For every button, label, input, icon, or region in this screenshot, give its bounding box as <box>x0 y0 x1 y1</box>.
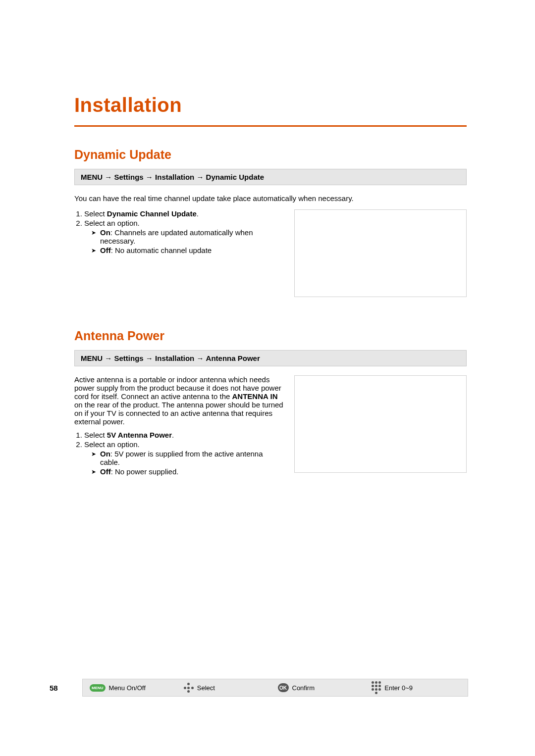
option-off: Off: No power supplied. <box>91 467 284 476</box>
arrow-icon: → <box>103 354 114 362</box>
para-text: on the rear of the product. The antenna … <box>74 401 283 426</box>
nav-installation: Installation <box>155 173 194 181</box>
page-number: 58 <box>50 684 69 692</box>
arrow-icon: → <box>194 173 206 181</box>
dpad-icon <box>184 683 194 693</box>
nav-menu: MENU <box>81 173 103 181</box>
screenshot-placeholder <box>294 209 467 297</box>
section1-steps: Select Dynamic Channel Update. Select an… <box>74 209 284 254</box>
remote-hint-bar: MENU Menu On/Off Select OK Confirm Enter… <box>82 679 468 697</box>
option-desc: : No automatic channel update <box>111 246 212 254</box>
step-text: Select an option. <box>84 440 140 449</box>
hint-label: Confirm <box>292 684 315 692</box>
arrow-icon: → <box>103 173 114 181</box>
menu-icon: MENU <box>90 684 106 692</box>
ok-icon: OK <box>278 683 289 692</box>
page-footer: 58 MENU Menu On/Off Select OK Confirm En… <box>50 679 468 697</box>
option-label: On <box>100 450 110 458</box>
nav-settings: Settings <box>114 354 144 362</box>
step-text: Select <box>84 209 107 218</box>
option-on: On: Channels are updated automatically w… <box>91 228 284 245</box>
breadcrumb: MENU → Settings → Installation → Dynamic… <box>74 169 467 185</box>
hint-enter: Enter 0~9 <box>372 681 461 694</box>
step-text: . <box>197 209 199 218</box>
step: Select an option. On: Channels are updat… <box>84 219 284 254</box>
option-label: On <box>100 228 110 237</box>
chapter-rule <box>74 125 467 127</box>
arrow-icon: → <box>194 354 206 362</box>
section-antenna-power: Antenna Power <box>74 329 467 343</box>
step: Select an option. On: 5V power is suppli… <box>84 440 284 476</box>
step-bold: 5V Antenna Power <box>107 431 172 439</box>
section2-lead: Active antenna is a portable or indoor a… <box>74 375 284 426</box>
chapter-title: Installation <box>74 94 467 116</box>
option-off: Off: No automatic channel update <box>91 246 284 254</box>
step-bold: Dynamic Channel Update <box>107 209 197 218</box>
section2-steps: Select 5V Antenna Power. Select an optio… <box>74 431 284 476</box>
step: Select 5V Antenna Power. <box>84 431 284 439</box>
hint-select: Select <box>184 683 273 693</box>
hint-label: Enter 0~9 <box>384 684 413 692</box>
keypad-icon <box>372 681 381 694</box>
section-dynamic-update: Dynamic Update <box>74 148 467 162</box>
para-bold: ANTENNA IN <box>232 392 278 401</box>
hint-label: Select <box>197 684 215 692</box>
nav-installation: Installation <box>155 354 194 362</box>
arrow-icon: → <box>144 354 155 362</box>
option-label: Off <box>100 246 111 254</box>
hint-label: Menu On/Off <box>109 684 146 692</box>
hint-confirm: OK Confirm <box>278 683 367 692</box>
option-on: On: 5V power is supplied from the active… <box>91 450 284 466</box>
arrow-icon: → <box>144 173 155 181</box>
section1-lead: You can have the real time channel updat… <box>74 194 467 202</box>
option-desc: : No power supplied. <box>111 467 179 476</box>
option-desc: : 5V power is supplied from the active a… <box>100 450 263 466</box>
nav-antenna-power: Antenna Power <box>206 354 260 362</box>
nav-settings: Settings <box>114 173 144 181</box>
nav-menu: MENU <box>81 354 103 362</box>
nav-dynamic-update: Dynamic Update <box>206 173 265 181</box>
screenshot-placeholder <box>294 375 467 473</box>
option-label: Off <box>100 467 111 476</box>
step-text: Select <box>84 431 107 439</box>
step-text: Select an option. <box>84 219 140 227</box>
breadcrumb: MENU → Settings → Installation → Antenna… <box>74 350 467 366</box>
step: Select Dynamic Channel Update. <box>84 209 284 218</box>
hint-menu: MENU Menu On/Off <box>90 684 179 692</box>
option-desc: : Channels are updated automatically whe… <box>100 228 253 245</box>
step-text: . <box>172 431 174 439</box>
